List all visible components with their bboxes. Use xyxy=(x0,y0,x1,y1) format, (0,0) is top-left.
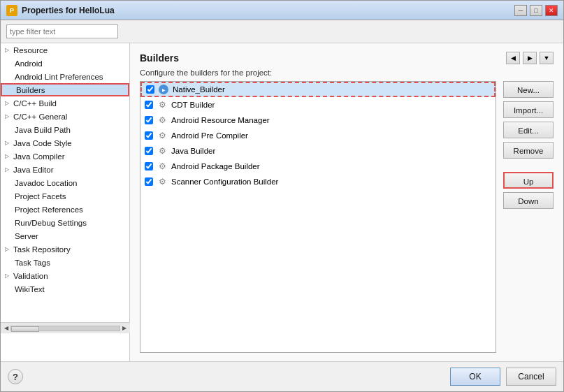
right-panel: Builders ◀ ▶ ▼ Configure the builders fo… xyxy=(130,43,563,361)
panel-toolbar: ◀ ▶ ▼ xyxy=(506,52,554,64)
scroll-track xyxy=(10,326,120,331)
sidebar-item-java-build-path[interactable]: Java Build Path xyxy=(1,123,129,136)
sidebar-scrollbar[interactable]: ◀ ▶ xyxy=(1,322,130,333)
scroll-thumb[interactable] xyxy=(11,326,39,332)
filter-input[interactable] xyxy=(6,24,118,38)
sidebar: ▷ Resource Android Android Lint Preferen… xyxy=(1,43,130,361)
builder-checkbox-scanner[interactable] xyxy=(145,177,153,186)
minimize-button[interactable]: ─ xyxy=(514,5,527,16)
sidebar-item-java-editor[interactable]: ▷ Java Editor xyxy=(1,163,129,176)
sidebar-item-server[interactable]: Server xyxy=(1,229,129,242)
import-button[interactable]: Import... xyxy=(503,101,554,118)
sidebar-item-label: Builders xyxy=(16,86,45,94)
sidebar-item-label: Run/Debug Settings xyxy=(15,219,87,227)
builders-list: Native_Builder ⚙ CDT Builder ⚙ Andro xyxy=(140,81,496,353)
side-buttons: New... Import... Edit... Remove Up Down xyxy=(503,81,554,353)
builder-item-scanner[interactable]: ⚙ Scanner Configuration Builder xyxy=(140,174,496,189)
remove-button[interactable]: Remove xyxy=(503,142,554,159)
maximize-button[interactable]: □ xyxy=(530,5,542,16)
sidebar-item-wikitext[interactable]: WikiText xyxy=(1,282,129,296)
sidebar-item-project-references[interactable]: Project References xyxy=(1,203,129,216)
builders-list-container: Native_Builder ⚙ CDT Builder ⚙ Andro xyxy=(140,81,554,353)
builder-checkbox-android-pre[interactable] xyxy=(145,131,153,140)
gear-icon: ⚙ xyxy=(157,115,167,125)
sidebar-item-label: Java Build Path xyxy=(15,126,71,134)
builder-checkbox-native[interactable] xyxy=(146,85,154,94)
scroll-left-arrow[interactable]: ◀ xyxy=(2,324,10,333)
close-button[interactable]: ✕ xyxy=(545,5,558,16)
gear-icon: ⚙ xyxy=(157,177,167,187)
up-button[interactable]: Up xyxy=(503,172,554,189)
help-button[interactable]: ? xyxy=(8,369,23,384)
down-button[interactable]: Down xyxy=(503,192,554,209)
scroll-right-arrow[interactable]: ▶ xyxy=(120,324,129,333)
sidebar-item-cplusplus-build[interactable]: ▷ C/C++ Build xyxy=(1,96,129,110)
main-window: P Properties for HelloLua ─ □ ✕ ▷ Resour… xyxy=(0,0,564,392)
sidebar-item-label: Server xyxy=(15,232,38,240)
titlebar-buttons: ─ □ ✕ xyxy=(514,5,558,16)
sidebar-item-label: Validation xyxy=(13,272,48,280)
titlebar: P Properties for HelloLua ─ □ ✕ xyxy=(1,1,563,20)
builder-label: Scanner Configuration Builder xyxy=(171,177,278,186)
sidebar-item-cplusplus-general[interactable]: ▷ C/C++ General xyxy=(1,110,129,123)
sidebar-item-label: C/C++ General xyxy=(13,112,67,121)
edit-button[interactable]: Edit... xyxy=(503,122,554,138)
sidebar-item-java-compiler[interactable]: ▷ Java Compiler xyxy=(1,150,129,163)
sidebar-item-label: Task Tags xyxy=(15,259,50,267)
gear-icon: ⚙ xyxy=(157,146,167,156)
dropdown-button[interactable]: ▼ xyxy=(540,52,554,64)
new-button[interactable]: New... xyxy=(503,81,554,98)
sidebar-item-label: WikiText xyxy=(15,285,45,293)
builder-item-android-package[interactable]: ⚙ Android Package Builder xyxy=(140,159,496,174)
sidebar-item-label: Javadoc Location xyxy=(15,179,78,187)
sidebar-item-label: Java Compiler xyxy=(13,152,65,161)
gear-icon: ⚙ xyxy=(157,131,167,140)
forward-button[interactable]: ▶ xyxy=(523,52,537,64)
builder-label: Android Pre Compiler xyxy=(171,131,248,140)
sidebar-item-android[interactable]: Android xyxy=(1,57,129,70)
sidebar-item-run-debug[interactable]: Run/Debug Settings xyxy=(1,216,129,229)
sidebar-item-label: C/C++ Build xyxy=(13,99,57,108)
sidebar-item-builders[interactable]: Builders xyxy=(1,83,129,96)
sidebar-item-java-code-style[interactable]: ▷ Java Code Style xyxy=(1,136,129,150)
sidebar-item-project-facets[interactable]: Project Facets xyxy=(1,189,129,203)
sidebar-item-label: Task Repository xyxy=(13,245,71,254)
window-title: Properties for HelloLua xyxy=(22,6,514,15)
builder-label: Android Package Builder xyxy=(171,162,260,170)
builder-item-android-resource[interactable]: ⚙ Android Resource Manager xyxy=(140,112,496,128)
builder-checkbox-cdt[interactable] xyxy=(145,101,153,109)
sidebar-item-resource[interactable]: ▷ Resource xyxy=(1,43,129,57)
builder-label: CDT Builder xyxy=(171,101,215,109)
filter-bar xyxy=(1,20,563,43)
builder-item-native[interactable]: Native_Builder xyxy=(140,82,496,97)
builder-checkbox-android-resource[interactable] xyxy=(145,116,153,124)
panel-description: Configure the builders for the project: xyxy=(140,68,554,77)
builder-item-java[interactable]: ⚙ Java Builder xyxy=(140,143,496,159)
sidebar-item-javadoc[interactable]: Javadoc Location xyxy=(1,176,129,189)
sidebar-item-label: Project References xyxy=(15,205,83,214)
builder-checkbox-java[interactable] xyxy=(145,147,153,155)
sidebar-item-task-repository[interactable]: ▷ Task Repository xyxy=(1,242,129,256)
builder-checkbox-android-package[interactable] xyxy=(145,162,153,170)
expand-arrow: ▷ xyxy=(5,47,9,53)
main-panel: ▷ Resource Android Android Lint Preferen… xyxy=(1,43,563,361)
expand-arrow: ▷ xyxy=(5,166,9,173)
expand-arrow: ▷ xyxy=(5,113,9,119)
window-icon: P xyxy=(6,5,17,16)
content-area: ▷ Resource Android Android Lint Preferen… xyxy=(1,20,563,361)
sidebar-item-android-lint[interactable]: Android Lint Preferences xyxy=(1,70,129,83)
sidebar-item-validation[interactable]: ▷ Validation xyxy=(1,269,129,282)
ok-button[interactable]: OK xyxy=(450,368,500,386)
panel-header: Builders ◀ ▶ ▼ xyxy=(140,52,554,64)
cancel-button[interactable]: Cancel xyxy=(506,368,556,386)
bottom-bar: ? OK Cancel xyxy=(1,361,563,391)
expand-arrow: ▷ xyxy=(5,100,9,106)
sidebar-item-label: Java Code Style xyxy=(13,139,72,147)
sidebar-item-label: Java Editor xyxy=(13,166,54,174)
builder-item-android-pre[interactable]: ⚙ Android Pre Compiler xyxy=(140,128,496,143)
sidebar-item-label: Resource xyxy=(13,46,48,55)
back-button[interactable]: ◀ xyxy=(506,52,520,64)
expand-arrow: ▷ xyxy=(5,246,9,252)
sidebar-item-task-tags[interactable]: Task Tags xyxy=(1,256,129,269)
builder-item-cdt[interactable]: ⚙ CDT Builder xyxy=(140,97,496,112)
